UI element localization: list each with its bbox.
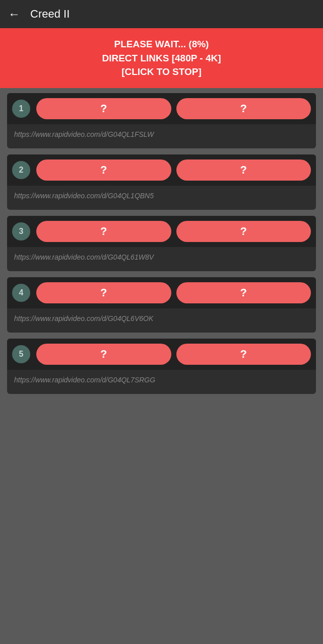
card-header: 5 ? ? bbox=[7, 339, 316, 370]
banner-line3: [CLICK TO STOP] bbox=[6, 65, 317, 79]
banner-line2: DIRECT LINKS [480P - 4K] bbox=[6, 51, 317, 65]
card-buttons: ? ? bbox=[36, 282, 311, 303]
card-url: https://www.rapidvideo.com/d/G04QL7SRGG bbox=[7, 370, 316, 394]
card-buttons: ? ? bbox=[36, 159, 311, 181]
card-button-2[interactable]: ? bbox=[176, 159, 311, 181]
card-header: 4 ? ? bbox=[7, 277, 316, 308]
card-header: 1 ? ? bbox=[7, 93, 316, 124]
card-button-2[interactable]: ? bbox=[176, 344, 311, 365]
video-card: 4 ? ? https://www.rapidvideo.com/d/G04QL… bbox=[7, 277, 316, 333]
app-header: ← Creed II bbox=[0, 0, 323, 28]
card-button-1[interactable]: ? bbox=[36, 344, 171, 365]
card-number: 1 bbox=[12, 100, 30, 118]
card-url: https://www.rapidvideo.com/d/G04QL6V6OK bbox=[7, 308, 316, 333]
card-button-2[interactable]: ? bbox=[176, 221, 311, 242]
video-card: 2 ? ? https://www.rapidvideo.com/d/G04QL… bbox=[7, 154, 316, 210]
card-number: 5 bbox=[12, 345, 30, 363]
card-buttons: ? ? bbox=[36, 344, 311, 365]
card-url: https://www.rapidvideo.com/d/G04QL1QBN5 bbox=[7, 186, 316, 210]
page-title: Creed II bbox=[30, 8, 70, 21]
back-button[interactable]: ← bbox=[8, 7, 20, 21]
card-url: https://www.rapidvideo.com/d/G04QL1FSLW bbox=[7, 124, 316, 148]
card-number: 2 bbox=[12, 161, 30, 179]
card-button-1[interactable]: ? bbox=[36, 221, 171, 242]
card-number: 4 bbox=[12, 284, 30, 302]
card-button-2[interactable]: ? bbox=[176, 282, 311, 303]
card-header: 2 ? ? bbox=[7, 154, 316, 186]
video-card: 5 ? ? https://www.rapidvideo.com/d/G04QL… bbox=[7, 339, 316, 394]
card-url: https://www.rapidvideo.com/d/G04QL61W8V bbox=[7, 247, 316, 271]
card-button-2[interactable]: ? bbox=[176, 98, 311, 119]
card-button-1[interactable]: ? bbox=[36, 282, 171, 303]
card-buttons: ? ? bbox=[36, 98, 311, 119]
banner-line1: PLEASE WAIT... (8%) bbox=[6, 37, 317, 51]
card-button-1[interactable]: ? bbox=[36, 159, 171, 181]
loading-banner[interactable]: PLEASE WAIT... (8%) DIRECT LINKS [480P -… bbox=[0, 28, 323, 88]
video-card: 3 ? ? https://www.rapidvideo.com/d/G04QL… bbox=[7, 216, 316, 271]
card-button-1[interactable]: ? bbox=[36, 98, 171, 119]
video-card: 1 ? ? https://www.rapidvideo.com/d/G04QL… bbox=[7, 93, 316, 148]
cards-list: 1 ? ? https://www.rapidvideo.com/d/G04QL… bbox=[0, 88, 323, 399]
card-header: 3 ? ? bbox=[7, 216, 316, 247]
card-number: 3 bbox=[12, 222, 30, 240]
card-buttons: ? ? bbox=[36, 221, 311, 242]
